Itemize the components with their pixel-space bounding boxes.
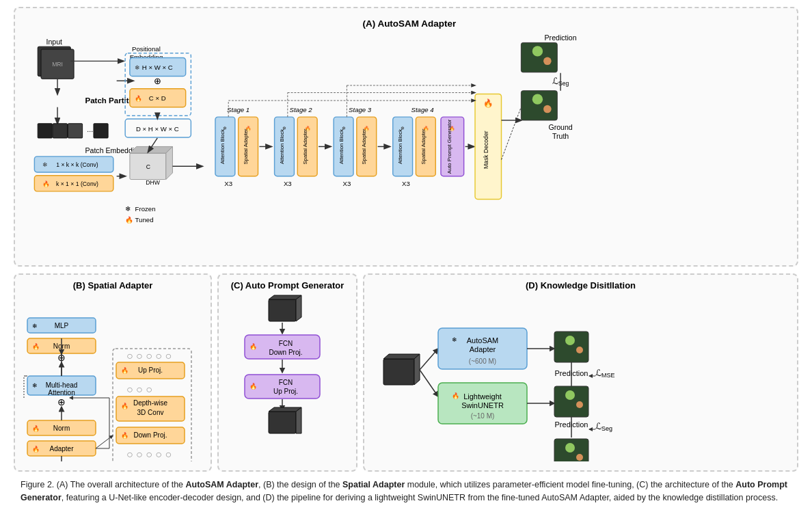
bottom-sections: (B) Spatial Adapter 🔥 Adapter 🔥 Norm ⊕	[14, 273, 798, 472]
gt-d-c1	[565, 443, 575, 453]
tuned-icon-conv2: 🔥	[42, 180, 50, 188]
plus-symbol: ⊕	[154, 76, 161, 86]
tuned-icon-up: 🔥	[121, 366, 129, 375]
stage3-label: Stage 3	[349, 106, 372, 113]
frozen-legend-label: Frozen	[135, 205, 156, 213]
fcn-down-label2: Down Proj.	[269, 349, 303, 356]
section-a-title: (A) AutoSAM Adapter	[362, 18, 456, 29]
autosam-size-label: (~600 M)	[469, 358, 496, 365]
gt-d-c2	[576, 454, 583, 461]
dots-label: ...	[87, 125, 93, 133]
section-b: (B) Spatial Adapter 🔥 Adapter 🔥 Norm ⊕	[14, 273, 212, 472]
swinunetr-size-label: (~10 M)	[471, 412, 495, 420]
pred-circle-1	[532, 46, 543, 56]
caption-text: Figure 2. (A) The overall architecture o…	[21, 480, 787, 502]
input-mri-label: MRI	[52, 61, 63, 68]
stage4-label: Stage 4	[411, 106, 433, 113]
dw3d-label2: 3D Conv	[137, 409, 164, 416]
tuned-icon-dp: 🔥	[121, 431, 129, 440]
stage1-label: Stage 1	[227, 106, 249, 113]
c-label: C	[146, 163, 150, 170]
mlp-label: MLP	[55, 322, 69, 329]
pred-d2-c1	[565, 390, 575, 400]
gt-circle-1	[532, 94, 543, 104]
adapter-label: Adapter	[49, 445, 74, 453]
frozen-icon-mlp: ❄	[32, 323, 38, 329]
conv1-label: 1 × k × k (Conv)	[56, 161, 98, 168]
mask-decoder-label: Mask Decoder	[483, 131, 489, 169]
tuned-legend-label: Tuned	[135, 216, 154, 224]
frozen-icon-mha: ❄	[32, 382, 38, 389]
attention-block-3-label: Attention Block	[338, 129, 344, 164]
frozen-icon-autosam: ❄	[452, 336, 457, 343]
norm1-label: Norm	[53, 425, 70, 432]
l-seg-symbol-d: ℒSeg	[595, 421, 612, 432]
tuned-icon-legend: 🔥	[125, 216, 134, 224]
section-a-diagram: (A) AutoSAM Adapter Input MRI Patch Part…	[14, 7, 798, 267]
autosam-adapter-label2: Adapter	[470, 345, 496, 353]
x3-4-label: X3	[402, 180, 410, 187]
pos-emb-label: Positional	[132, 45, 161, 53]
dw3d-label1: Depth-wise	[133, 399, 167, 407]
up-proj-label: Up Proj.	[138, 366, 163, 374]
section-b-title: (B) Spatial Adapter	[21, 280, 205, 291]
section-c-title: (C) Auto Prompt Generator	[224, 280, 351, 291]
section-d: (D) Knowledge Disitllation ❄ AutoSAM Ada…	[363, 273, 798, 472]
pred-d1-c1	[565, 336, 575, 345]
section-d-title: (D) Knowledge Disitllation	[370, 280, 791, 291]
mha-label: Multi-head	[46, 381, 78, 389]
fcn-up-label2: Up Proj.	[273, 388, 298, 395]
autosam-adapter-label: AutoSAM	[467, 336, 498, 345]
attention-block-1-label: Attention Block	[219, 129, 226, 164]
input-cube-c-right	[296, 295, 301, 321]
tuned-icon-fcn-down: 🔥	[249, 342, 258, 351]
section-d-svg: ❄ AutoSAM Adapter (~600 M) 🔥 Lightweight…	[370, 294, 766, 461]
patch-cube-3	[68, 124, 82, 138]
attention-block-2-label: Attention Block	[279, 129, 285, 164]
output-cube-c-right	[296, 407, 301, 433]
dots-row-3: ○ ○ ○ ○ ○	[126, 350, 172, 362]
fcn-down-label1: FCN	[279, 340, 293, 347]
spatial-adapter-2-label: Spatial Adapter	[302, 129, 308, 165]
tuned-icon-norm2: 🔥	[32, 342, 40, 351]
section-c: (C) Auto Prompt Generator 🔥 FCN Down Pro…	[217, 273, 357, 472]
spatial-adapter-3-label: Spatial Adapter	[361, 129, 367, 165]
tuned-icon-fcn-up: 🔥	[249, 382, 258, 390]
input-cube-d-top	[383, 354, 420, 359]
arrow-adapter-right	[96, 435, 113, 448]
arrow-md-gt	[502, 107, 522, 160]
auto-prompt-gen-label: Auto Prompt Generator	[446, 119, 452, 174]
attention-block-4-label: Attention Block	[397, 129, 403, 164]
tuned-icon-norm1: 🔥	[32, 425, 40, 433]
conv2-label: k × 1 × 1 (Conv)	[56, 180, 98, 187]
arrow-d-up	[420, 349, 438, 370]
patch-cube-2	[53, 124, 67, 138]
caption: Figure 2. (A) The overall architecture o…	[14, 479, 798, 504]
output-cube-c	[269, 412, 296, 433]
dhw-label: DHW	[146, 179, 160, 186]
spatial-adapter-1-label: Spatial Adapter	[243, 129, 249, 165]
section-a-svg: (A) AutoSAM Adapter Input MRI Patch Part…	[22, 15, 790, 258]
x3-3-label: X3	[343, 180, 351, 187]
arrow-d-down	[420, 370, 438, 396]
pred-d2-c2	[576, 401, 583, 408]
main-container: (A) AutoSAM Adapter Input MRI Patch Part…	[0, 0, 812, 511]
stage2-label: Stage 2	[289, 106, 312, 113]
tuned-icon-cd: 🔥	[135, 94, 142, 103]
frozen-icon-conv1: ❄	[42, 161, 48, 168]
dots-row-2: ○ ○ ○	[126, 383, 152, 395]
input-cube-c	[269, 299, 296, 321]
hwc-label: H × W × C	[142, 64, 173, 71]
cd-label: C × D	[149, 94, 166, 102]
down-proj-label: Down Proj.	[134, 431, 167, 439]
pred-circle-2	[543, 57, 552, 66]
frozen-icon-hwc: ❄	[135, 64, 140, 71]
dhwc-label: D × H × W × C	[136, 125, 179, 133]
tuned-icon-md: 🔥	[483, 98, 493, 108]
spatial-adapter-4-label: Spatial Adapter	[420, 129, 427, 165]
fcn-up-label1: FCN	[279, 379, 293, 386]
frozen-icon-legend: ❄	[125, 205, 131, 213]
section-c-svg: 🔥 FCN Down Proj. 🔥 FCN Up Proj.	[224, 294, 351, 461]
pred-d1-c2	[576, 347, 583, 353]
input-cube-d	[383, 359, 414, 385]
